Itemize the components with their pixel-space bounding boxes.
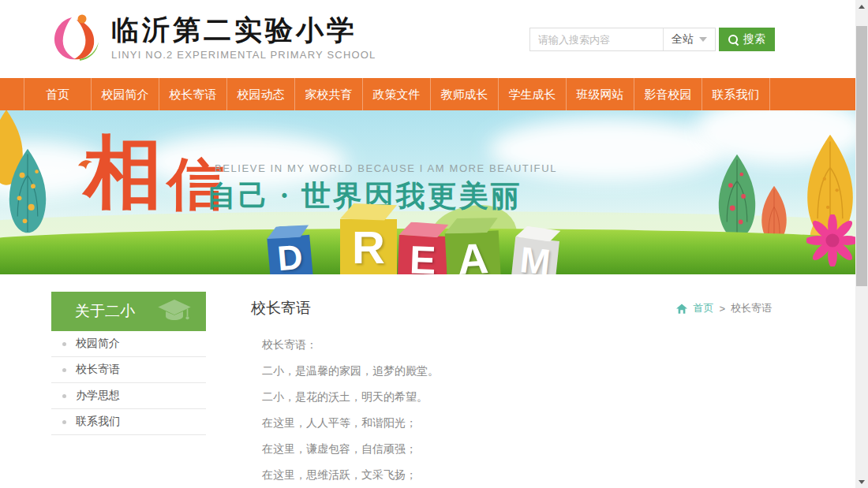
nav-item[interactable]: 学生成长 [499, 78, 567, 110]
search-input[interactable] [530, 28, 663, 50]
breadcrumb-current: 校长寄语 [731, 301, 772, 315]
content-area: 关于二小 校园简介 [51, 274, 805, 488]
school-name-en: LINYI NO.2 EXPERIMENTAL PRIMARY SCHOOL [111, 49, 376, 61]
nav-item[interactable]: 校园简介 [92, 78, 159, 110]
search-icon [728, 35, 739, 45]
nav-item[interactable]: 班级网站 [567, 78, 634, 110]
breadcrumb: 首页 > 校长寄语 [676, 301, 772, 315]
sidebar-item[interactable]: 校长寄语 [51, 357, 206, 383]
scrollbar-down-button[interactable] [855, 475, 868, 488]
site-header: 临沂第二实验小学 LINYI NO.2 EXPERIMENTAL PRIMARY… [0, 0, 855, 78]
search-box: 全站 [529, 28, 716, 51]
dream-cube-letter: R [352, 221, 385, 274]
bullet-icon [62, 342, 66, 346]
tree-decoration [5, 139, 51, 243]
bullet-icon [62, 368, 66, 372]
dream-cube-front: E [398, 235, 448, 274]
breadcrumb-separator: > [719, 303, 725, 315]
scrollbar-up-button[interactable] [855, 0, 868, 13]
nav-item[interactable]: 首页 [24, 78, 92, 110]
search-button[interactable]: 搜索 [719, 28, 775, 51]
nav-item[interactable]: 教师成长 [431, 78, 499, 110]
main-panel: 校长寄语 首页 > 校长寄语 校长寄语：二小，是温馨的家园，追梦的殿堂。二小，是… [251, 292, 805, 488]
tree-decoration [714, 150, 760, 243]
dream-cube-letter: A [456, 233, 489, 274]
search-scope-value: 全站 [672, 32, 694, 47]
dream-cube-letter: M [518, 238, 552, 274]
sidebar-item[interactable]: 校园简介 [51, 331, 206, 357]
school-logo-icon [50, 13, 100, 63]
search-scope-select[interactable]: 全站 [663, 28, 715, 50]
vertical-scrollbar [855, 0, 868, 488]
dream-cube: M [511, 225, 560, 274]
search-button-label: 搜索 [743, 32, 765, 47]
scroll-up-icon [859, 5, 865, 9]
article-paragraph: 二小，是花的沃土，明天的希望。 [262, 389, 805, 404]
dream-cube: E [398, 222, 449, 274]
page: 临沂第二实验小学 LINYI NO.2 EXPERIMENTAL PRIMARY… [0, 0, 855, 488]
nav-item[interactable]: 校长寄语 [159, 78, 227, 110]
chevron-down-icon [699, 37, 707, 42]
scroll-down-icon [859, 480, 865, 484]
sidebar: 关于二小 校园简介 [51, 292, 206, 488]
sidebar-item-label: 办学思想 [76, 389, 120, 403]
sidebar-item[interactable]: 办学思想 [51, 383, 206, 409]
sidebar-menu: 校园简介 校长寄语 办学思想 [51, 331, 206, 435]
dream-cube-front: A [445, 231, 501, 274]
dream-cube-front: M [511, 237, 559, 274]
scrollbar-thumb[interactable] [856, 26, 867, 286]
sidebar-item[interactable]: 联系我们 [51, 409, 206, 435]
dream-cube: R [340, 203, 397, 274]
banner-slogan-en: BELIEVE IN MY WORLD BECAUSE I AM MORE BE… [215, 162, 557, 174]
article-paragraph: 在这里，思维活跃，文采飞扬； [262, 468, 805, 482]
school-logo[interactable]: 临沂第二实验小学 LINYI NO.2 EXPERIMENTAL PRIMARY… [50, 13, 376, 63]
flower-decoration [806, 214, 855, 266]
nav-item[interactable]: 影音校园 [634, 78, 702, 110]
banner-slogan-char-1: 相 [84, 134, 163, 213]
dream-cube: A [444, 216, 501, 274]
sidebar-item-label: 校园简介 [76, 337, 120, 351]
bullet-icon [62, 394, 66, 398]
article-body: 校长寄语：二小，是温馨的家园，追梦的殿堂。二小，是花的沃土，明天的希望。在这里，… [251, 337, 805, 488]
dream-cube: D [266, 224, 313, 274]
main-nav: 首页校园简介校长寄语校园动态家校共育政策文件教师成长学生成长班级网站影音校园联系… [0, 78, 855, 110]
nav-item[interactable]: 政策文件 [363, 78, 431, 110]
nav-item[interactable]: 联系我们 [702, 78, 770, 110]
bullet-icon [62, 420, 66, 424]
article-paragraph: 在这里，谦虚包容，自信顽强； [262, 441, 805, 456]
article-paragraph: 校长寄语： [262, 337, 805, 352]
sidebar-item-label: 联系我们 [76, 415, 120, 429]
search-bar: 全站 搜索 [529, 28, 775, 51]
article-paragraph: 在这里，人人平等，和谐阳光； [262, 415, 805, 430]
graduation-cap-icon [157, 298, 192, 325]
school-name-cn: 临沂第二实验小学 [111, 15, 376, 47]
nav-item[interactable]: 家校共育 [295, 78, 363, 110]
dream-cube-letter: D [276, 237, 305, 274]
dream-cube-front: R [340, 219, 397, 274]
sidebar-title: 关于二小 [75, 301, 135, 322]
browser-viewport: 临沂第二实验小学 LINYI NO.2 EXPERIMENTAL PRIMARY… [0, 0, 868, 488]
school-name-block: 临沂第二实验小学 LINYI NO.2 EXPERIMENTAL PRIMARY… [111, 15, 376, 61]
home-icon [676, 304, 687, 314]
dream-cube-letter: E [409, 237, 436, 274]
article-paragraph: 二小，是温馨的家园，追梦的殿堂。 [262, 363, 805, 378]
sidebar-header: 关于二小 [51, 292, 206, 331]
sidebar-item-label: 校长寄语 [76, 363, 120, 377]
title-row: 校长寄语 首页 > 校长寄语 [251, 298, 805, 319]
dream-cube-top [340, 203, 397, 221]
nav-item[interactable]: 校园动态 [227, 78, 295, 110]
hero-banner: 相 信 BELIEVE IN MY WORLD BECAUSE I AM MOR… [0, 110, 855, 274]
dream-cube-front: D [267, 235, 313, 274]
page-title: 校长寄语 [251, 298, 311, 319]
breadcrumb-home[interactable]: 首页 [693, 301, 713, 315]
